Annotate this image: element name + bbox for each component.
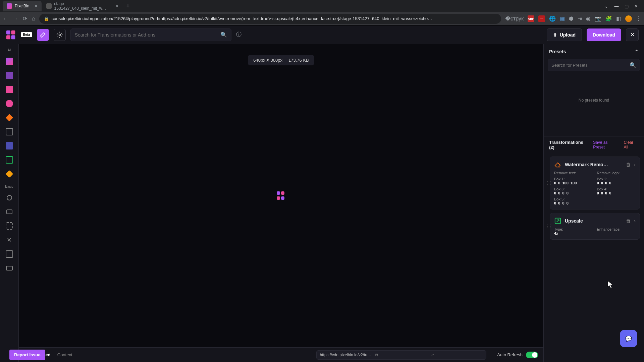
- report-issue-button[interactable]: Report Issue: [9, 350, 45, 360]
- browser-tab-active[interactable]: PixelBin ×: [3, 1, 42, 11]
- rail-tool-7[interactable]: [3, 140, 15, 152]
- wand-tool[interactable]: [37, 29, 49, 41]
- canvas-area: 640px X 360px 173.76 KB Transformed Cont…: [19, 44, 543, 362]
- url-text: console.pixelbin.io/organization/215264/…: [52, 16, 496, 21]
- param-value: 0_0_0_0: [554, 191, 593, 195]
- chevron-down-icon[interactable]: ⌄: [604, 4, 608, 9]
- pixelbin-logo[interactable]: [5, 29, 16, 40]
- param-key: Remove text:: [554, 171, 593, 175]
- rail-tool-9[interactable]: [3, 168, 15, 180]
- close-panel-button[interactable]: ✕: [626, 28, 639, 41]
- rail-tool-5[interactable]: [3, 112, 15, 124]
- rail-tool-6[interactable]: [3, 126, 15, 138]
- param-value: 0_0_0_0: [554, 201, 593, 205]
- delete-icon[interactable]: 🗑: [626, 218, 631, 224]
- tab-title: PixelBin: [15, 4, 29, 8]
- rail-tool-2[interactable]: [3, 69, 15, 81]
- extension-icon[interactable]: ◉: [586, 15, 591, 22]
- reload-icon[interactable]: ⟳: [23, 15, 27, 22]
- side-panel-icon[interactable]: ◧: [616, 15, 621, 22]
- open-external-icon[interactable]: ↗: [431, 353, 483, 357]
- search-input[interactable]: [75, 32, 220, 38]
- extension-icon[interactable]: ⋯: [538, 15, 545, 22]
- drag-handle-icon[interactable]: ⋮⋮: [545, 181, 552, 185]
- lock-icon: 🔒: [44, 16, 49, 21]
- rail-tool-8[interactable]: [3, 154, 15, 166]
- chat-fab[interactable]: 💬: [620, 330, 637, 347]
- rail-basic-3[interactable]: [3, 220, 15, 232]
- browser-nav-bar: ← → ⟳ ⌂ 🔒 console.pixelbin.io/organizati…: [0, 12, 644, 25]
- copy-icon[interactable]: ⧉: [375, 353, 427, 357]
- presets-header[interactable]: Presets ⌃: [544, 44, 644, 59]
- image-filesize: 173.76 KB: [288, 58, 309, 63]
- forward-icon[interactable]: →: [13, 16, 18, 22]
- chevron-right-icon[interactable]: ›: [634, 218, 636, 224]
- url-bar[interactable]: 🔒 console.pixelbin.io/organization/21526…: [39, 14, 501, 24]
- save-as-preset-link[interactable]: Save as Preset: [593, 140, 620, 149]
- search-icon[interactable]: 🔍: [220, 32, 227, 38]
- upload-button[interactable]: ⬆ Upload: [547, 28, 582, 41]
- extension-icon[interactable]: ⬢: [569, 15, 574, 22]
- loading-spinner: [277, 191, 285, 200]
- back-icon[interactable]: ←: [3, 16, 8, 22]
- info-icon[interactable]: ⓘ: [236, 31, 241, 38]
- rail-basic-5[interactable]: [3, 248, 15, 260]
- eraser-icon: [554, 161, 561, 168]
- transformation-card-upscale[interactable]: ⋮⋮ Upscale 🗑 › Type:4x Enhance face:: [550, 213, 640, 240]
- settings-tool[interactable]: [54, 29, 66, 41]
- translate-icon[interactable]: �струк: [505, 15, 524, 22]
- tab-title: stage-1531427_640_klein_mit_w…: [54, 1, 111, 11]
- drag-handle-icon[interactable]: ⋮⋮: [545, 224, 552, 229]
- maximize-icon[interactable]: ▢: [625, 4, 629, 9]
- param-value: 0_0_0_0: [597, 191, 636, 195]
- chevron-right-icon[interactable]: ›: [634, 162, 636, 167]
- svg-rect-1: [11, 30, 15, 34]
- extension-icon[interactable]: ▦: [560, 15, 565, 22]
- extension-icon[interactable]: ⇥: [578, 15, 582, 22]
- close-window-icon[interactable]: ×: [635, 4, 637, 9]
- rail-basic-2[interactable]: [3, 206, 15, 218]
- download-label: Download: [593, 32, 615, 38]
- tab-context[interactable]: Context: [57, 352, 72, 357]
- adblock-icon[interactable]: ABP: [528, 15, 534, 22]
- rail-tool-3[interactable]: [3, 83, 15, 96]
- param-key: Box 4:: [597, 187, 636, 191]
- profile-avatar[interactable]: [625, 15, 632, 22]
- upscale-icon: [554, 217, 561, 225]
- image-dimensions: 640px X 360px: [253, 58, 282, 63]
- output-url: https://cdn.pixelbin.io/v2/tutkit/wm.rem…: [320, 353, 372, 357]
- rail-basic-6[interactable]: [3, 262, 15, 274]
- left-rail: AI Basic ✕: [0, 44, 19, 362]
- rail-tool-1[interactable]: [3, 55, 15, 67]
- delete-icon[interactable]: 🗑: [626, 162, 631, 167]
- rail-tool-4[interactable]: [3, 98, 15, 110]
- menu-icon[interactable]: ⋮: [636, 15, 641, 22]
- search-icon[interactable]: 🔍: [630, 62, 636, 68]
- param-key: Enhance face:: [597, 227, 636, 231]
- transformation-search[interactable]: 🔍: [70, 28, 231, 41]
- chevron-up-icon[interactable]: ⌃: [635, 49, 639, 54]
- download-button[interactable]: Download: [587, 28, 621, 41]
- extensions-puzzle-icon[interactable]: 🧩: [605, 15, 612, 22]
- app-header: Beta 🔍 ⓘ ⬆ Upload Download ✕: [0, 25, 644, 44]
- auto-refresh-toggle[interactable]: [526, 352, 538, 358]
- preset-search[interactable]: 🔍: [548, 59, 640, 71]
- transformation-card-watermark[interactable]: ⋮⋮ Watermark Remo… 🗑 › Remove text: Remo…: [550, 157, 640, 209]
- param-value: 0_0_100_100: [554, 181, 593, 185]
- transformations-header: Transformations (2) Save as Preset Clear…: [544, 136, 644, 153]
- rail-basic-4[interactable]: ✕: [3, 234, 15, 246]
- rail-section-basic: Basic: [5, 185, 13, 188]
- globe-icon[interactable]: 🌐: [549, 15, 556, 22]
- close-icon[interactable]: ×: [35, 3, 37, 9]
- preset-search-input[interactable]: [551, 63, 630, 68]
- new-tab-button[interactable]: +: [123, 1, 133, 11]
- close-icon[interactable]: ×: [116, 3, 118, 9]
- clear-all-link[interactable]: Clear All: [624, 140, 639, 149]
- home-icon[interactable]: ⌂: [32, 16, 35, 22]
- chat-icon: 💬: [625, 336, 632, 342]
- extension-icons: �струк ABP ⋯ 🌐 ▦ ⬢ ⇥ ◉ 📷 🧩 ◧ ⋮: [505, 15, 641, 22]
- rail-basic-1[interactable]: [3, 192, 15, 204]
- camera-icon[interactable]: 📷: [595, 15, 601, 22]
- browser-tab-inactive[interactable]: stage-1531427_640_klein_mit_w… ×: [42, 1, 123, 11]
- minimize-icon[interactable]: —: [614, 4, 619, 9]
